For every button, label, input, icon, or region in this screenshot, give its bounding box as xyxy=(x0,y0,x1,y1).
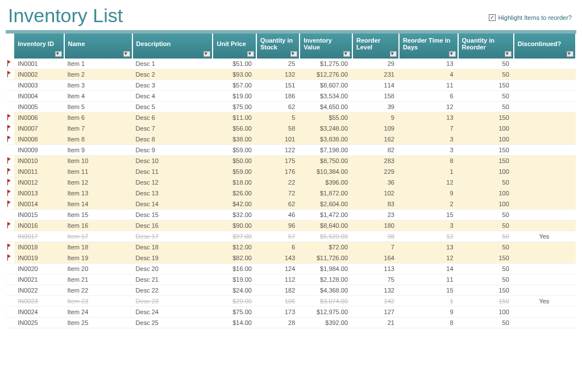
cell-price: $12.00 xyxy=(213,242,256,253)
cell-reorder-level: 102 xyxy=(352,188,399,199)
flag-icon xyxy=(7,222,11,228)
table-row[interactable]: IN0020Item 20Desc 20$16.00124$1,984.0011… xyxy=(6,264,576,274)
col-header[interactable]: Name xyxy=(64,34,132,59)
table-row[interactable]: IN0023Item 23Desc 23$29.00106$3,074.0014… xyxy=(6,296,576,307)
table-row[interactable]: IN0016Item 16Desc 16$90.0096$8,640.00180… xyxy=(6,220,576,231)
cell-qty-reorder: 100 xyxy=(458,199,514,210)
cell-name: Item 7 xyxy=(64,123,132,134)
table-row[interactable]: IN0015Item 15Desc 15$32.0046$1,472.00231… xyxy=(6,210,576,220)
cell-id: IN0002 xyxy=(14,69,64,80)
col-header[interactable]: Inventory ID xyxy=(14,34,64,59)
filter-icon[interactable] xyxy=(123,51,130,57)
cell-reorder-time: 3 xyxy=(399,134,458,145)
cell-price: $57.00 xyxy=(213,80,256,91)
cell-desc: Desc 16 xyxy=(132,220,213,231)
cell-stock: 58 xyxy=(256,123,300,134)
flag-icon xyxy=(7,179,11,185)
table-row[interactable]: IN0014Item 14Desc 14$42.0062$2,604.00832… xyxy=(6,199,576,210)
cell-qty-reorder: 100 xyxy=(458,123,514,134)
table-row[interactable]: IN0009Item 9Desc 9$59.00122$7,198.008231… xyxy=(6,145,576,156)
filter-icon[interactable] xyxy=(567,51,573,57)
cell-desc: Desc 7 xyxy=(132,123,213,134)
table-row[interactable]: IN0004Item 4Desc 4$19.00186$3,534.001586… xyxy=(6,91,576,102)
cell-qty-reorder: 50 xyxy=(458,69,514,80)
cell-qty-reorder: 150 xyxy=(458,80,514,91)
table-row[interactable]: IN0017Item 17Desc 17$97.0057$5,529.00981… xyxy=(6,231,576,242)
table-row[interactable]: IN0007Item 7Desc 7$56.0058$3,248.0010971… xyxy=(6,123,576,134)
cell-price: $56.00 xyxy=(213,123,256,134)
filter-icon[interactable] xyxy=(290,51,297,57)
cell-reorder-level: 39 xyxy=(352,102,399,112)
cell-stock: 112 xyxy=(256,274,300,285)
cell-price: $11.00 xyxy=(213,112,256,123)
cell-name: Item 19 xyxy=(64,253,132,264)
cell-name: Item 17 xyxy=(64,231,132,242)
filter-icon[interactable] xyxy=(247,51,254,57)
col-header[interactable]: Description xyxy=(132,34,213,59)
col-header[interactable]: Reorder Level xyxy=(352,34,399,59)
cell-stock: 173 xyxy=(256,307,300,318)
filter-icon[interactable] xyxy=(343,51,350,57)
col-header[interactable]: Discontinued? xyxy=(514,34,576,59)
cell-name: Item 4 xyxy=(64,91,132,102)
cell-reorder-time: 3 xyxy=(399,145,458,156)
cell-qty-reorder: 50 xyxy=(458,59,514,69)
cell-desc: Desc 11 xyxy=(132,166,213,177)
cell-discontinued xyxy=(514,112,576,123)
flag-icon xyxy=(7,71,11,77)
cell-id: IN0008 xyxy=(14,134,64,145)
cell-desc: Desc 9 xyxy=(132,145,213,156)
cell-reorder-level: 7 xyxy=(352,242,399,253)
cell-stock: 175 xyxy=(256,156,300,166)
cell-reorder-level: 29 xyxy=(352,59,399,69)
cell-reorder-time: 1 xyxy=(399,166,458,177)
cell-value: $55.00 xyxy=(300,112,352,123)
table-row[interactable]: IN0025Item 25Desc 25$14.0028$392.0021850 xyxy=(6,318,576,328)
table-row[interactable]: IN0003Item 3Desc 3$57.00151$8,607.001141… xyxy=(6,80,576,91)
cell-value: $2,604.00 xyxy=(300,199,352,210)
table-row[interactable]: IN0011Item 11Desc 11$59.00176$10,384.002… xyxy=(6,166,576,177)
table-row[interactable]: IN0013Item 13Desc 13$26.0072$1,872.00102… xyxy=(6,188,576,199)
cell-value: $1,472.00 xyxy=(300,210,352,220)
table-row[interactable]: IN0024Item 24Desc 24$75.00173$12,975.001… xyxy=(6,307,576,318)
filter-icon[interactable] xyxy=(505,51,512,57)
filter-icon[interactable] xyxy=(449,51,456,57)
col-header[interactable]: Reorder Time in Days xyxy=(399,34,458,59)
cell-stock: 132 xyxy=(256,69,300,80)
flag-icon xyxy=(7,125,11,131)
table-row[interactable]: IN0012Item 12Desc 12$18.0022$396.0036125… xyxy=(6,177,576,188)
filter-icon[interactable] xyxy=(203,51,210,57)
table-row[interactable]: IN0018Item 18Desc 18$12.006$72.0071350 xyxy=(6,242,576,253)
cell-discontinued xyxy=(514,91,576,102)
table-row[interactable]: IN0019Item 19Desc 19$82.00143$11,726.001… xyxy=(6,253,576,264)
cell-discontinued xyxy=(514,145,576,156)
filter-icon[interactable] xyxy=(390,51,397,57)
col-header[interactable]: Quantity in Stock xyxy=(256,34,300,59)
cell-name: Item 22 xyxy=(64,285,132,296)
cell-desc: Desc 20 xyxy=(132,264,213,274)
col-header[interactable]: Inventory Value xyxy=(300,34,352,59)
col-header[interactable]: Unit Price xyxy=(213,34,256,59)
table-row[interactable]: IN0006Item 6Desc 6$11.005$55.00913150 xyxy=(6,112,576,123)
filter-icon[interactable] xyxy=(55,51,62,57)
cell-qty-reorder: 150 xyxy=(458,145,514,156)
cell-reorder-time: 2 xyxy=(399,199,458,210)
cell-name: Item 20 xyxy=(64,264,132,274)
table-row[interactable]: IN0022Item 22Desc 22$24.00182$4,368.0013… xyxy=(6,285,576,296)
cell-price: $51.00 xyxy=(213,59,256,69)
table-row[interactable]: IN0008Item 8Desc 8$38.00101$3,838.001623… xyxy=(6,134,576,145)
table-row[interactable]: IN0021Item 21Desc 21$19.00112$2,128.0075… xyxy=(6,274,576,285)
table-row[interactable]: IN0001Item 1Desc 1$51.0025$1,275.0029135… xyxy=(6,59,576,69)
cell-stock: 28 xyxy=(256,318,300,328)
table-row[interactable]: IN0005Item 5Desc 5$75.0062$4,650.0039125… xyxy=(6,102,576,112)
cell-qty-reorder: 50 xyxy=(458,220,514,231)
table-row[interactable]: IN0002Item 2Desc 2$93.00132$12,276.00231… xyxy=(6,69,576,80)
highlight-toggle[interactable]: ✓ Highlight Items to reorder? xyxy=(489,14,572,21)
table-row[interactable]: IN0010Item 10Desc 10$50.00175$8,750.0028… xyxy=(6,156,576,166)
cell-reorder-level: 127 xyxy=(352,307,399,318)
cell-qty-reorder: 150 xyxy=(458,156,514,166)
cell-reorder-level: 82 xyxy=(352,145,399,156)
col-header[interactable]: Quantity in Reorder xyxy=(458,34,514,59)
cell-value: $5,529.00 xyxy=(300,231,352,242)
cell-price: $32.00 xyxy=(213,210,256,220)
